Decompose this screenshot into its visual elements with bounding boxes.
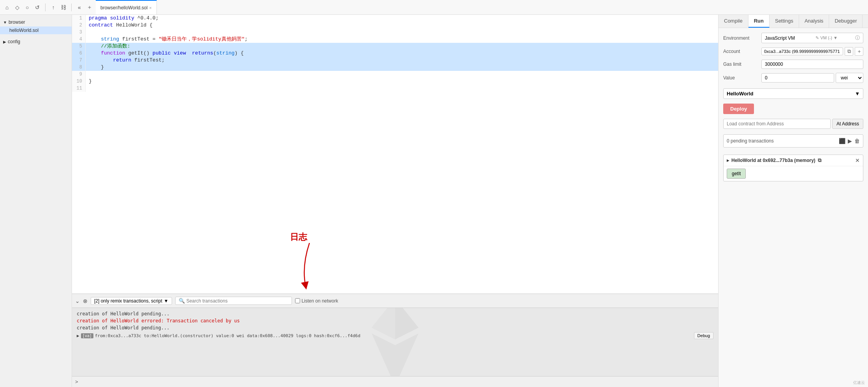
- deploy-button[interactable]: Deploy: [723, 104, 754, 114]
- contract-select-row: HelloWorld ▼: [723, 88, 863, 99]
- getit-button[interactable]: getIt: [727, 169, 746, 179]
- tab-helloworld[interactable]: browser/helloWorld.sol ×: [96, 0, 157, 14]
- code-line-8: 8 }: [72, 64, 718, 71]
- toolbar-divider: [45, 4, 46, 11]
- code-line-5: 5 //添加函数:: [72, 43, 718, 50]
- tab-run[interactable]: Run: [749, 15, 770, 28]
- contract-label: HelloWorld: [727, 91, 753, 97]
- log-content: creation of HelloWorld pending... creati…: [72, 308, 718, 376]
- log-line-2: creation of HelloWorld errored: Transact…: [77, 318, 713, 324]
- account-row: Account 0xca3...a733c (99.99999999999975…: [723, 47, 863, 56]
- code-line-11: 11: [72, 85, 718, 92]
- deployed-header: ▸ HelloWorld at 0x692...77b3a (memory) ⧉…: [724, 155, 863, 166]
- listen-label: Listen on network: [302, 298, 338, 304]
- environment-dropdown[interactable]: JavaScript VM ✎ VM (-) ▼ ⓘ: [761, 33, 863, 43]
- environment-row: Environment JavaScript VM ✎ VM (-) ▼ ⓘ: [723, 33, 863, 43]
- top-toolbar: ⌂ ◇ ○ ↺ ↑ ⛓ « ＋ browser/helloWorld.sol ×: [0, 0, 868, 15]
- link-icon[interactable]: ⛓: [60, 4, 67, 11]
- debug-button[interactable]: Debug: [694, 332, 713, 339]
- main-layout: ▼ browser helloWorld.sol ▶ config 1 prag…: [0, 15, 868, 387]
- folder-arrow-down: ▼: [3, 20, 7, 25]
- deployed-copy-icon[interactable]: ⧉: [818, 157, 821, 164]
- account-label: Account: [723, 49, 758, 54]
- account-value-wrap: 0xca3...a733c (99.99999999999975771 ⧉ ＋: [761, 47, 863, 56]
- code-editor[interactable]: 1 pragma solidity ^0.4.0; 2 contract Hel…: [72, 15, 718, 294]
- code-line-4: 4 string firstTest = "锄禾日当午，学solidity真他妈…: [72, 36, 718, 43]
- value-input[interactable]: [761, 73, 834, 83]
- load-address-input[interactable]: [723, 119, 831, 129]
- bottom-log: ⌄ ⊗ [2] only remix transactions, script …: [72, 294, 718, 387]
- listen-network: Listen on network: [295, 298, 338, 304]
- home-icon[interactable]: ⌂: [3, 4, 11, 11]
- log-line-1: creation of HelloWorld pending...: [77, 311, 713, 317]
- gas-limit-label: Gas limit: [723, 62, 758, 67]
- sidebar-file-label: helloWorld.sol: [9, 28, 39, 33]
- log-filter-dropdown[interactable]: [2] only remix transactions, script ▼: [91, 297, 172, 305]
- code-line-1: 1 pragma solidity ^0.4.0;: [72, 15, 718, 22]
- sidebar-folder-config[interactable]: ▶ config: [0, 37, 72, 46]
- environment-value: JavaScript VM: [765, 35, 795, 41]
- upload-icon[interactable]: ↑: [49, 4, 57, 11]
- pending-trash-icon[interactable]: 🗑: [854, 138, 860, 144]
- code-line-10: 10 }: [72, 78, 718, 85]
- plus-icon[interactable]: ＋: [86, 4, 93, 11]
- code-line-3: 3: [72, 29, 718, 36]
- tab-close[interactable]: ×: [149, 5, 151, 10]
- deployed-close-icon[interactable]: ✕: [855, 157, 860, 164]
- log-input-bar: >: [72, 376, 718, 387]
- value-label: Value: [723, 75, 758, 81]
- pending-tx-box: 0 pending transactions ⬛ ▶ 🗑: [723, 134, 863, 148]
- log-filter-label: [2] only remix transactions, script: [94, 298, 162, 304]
- sidebar-file-helloworld[interactable]: helloWorld.sol: [0, 26, 72, 34]
- pending-save-icon[interactable]: ⬛: [839, 138, 845, 144]
- unit-select[interactable]: wei gwei finney ether: [836, 73, 863, 83]
- right-panel: Compile Run Settings Analysis Debugger S…: [718, 15, 868, 387]
- search-box[interactable]: 🔍: [175, 297, 292, 305]
- tab-debugger[interactable]: Debugger: [829, 15, 863, 28]
- log-clear-icon[interactable]: ⊗: [83, 298, 88, 304]
- pending-tx-text: 0 pending transactions: [727, 138, 774, 144]
- gas-limit-row: Gas limit: [723, 60, 863, 69]
- refresh-icon[interactable]: ↺: [33, 4, 41, 11]
- sidebar-gap: [0, 34, 72, 37]
- deployed-title: ▸ HelloWorld at 0x692...77b3a (memory) ⧉: [727, 157, 821, 164]
- search-input[interactable]: [186, 298, 288, 304]
- environment-option: ✎ VM (-) ▼: [815, 35, 838, 40]
- deployed-arrow: ▸: [727, 158, 729, 163]
- deploy-section: Deploy 部署: [723, 103, 863, 114]
- deployed-body: getIt: [724, 166, 863, 181]
- tx-arrow: ▶: [77, 333, 79, 338]
- sidebar-config-label: config: [8, 39, 20, 44]
- listen-checkbox[interactable]: [295, 298, 300, 303]
- search-icon: 🔍: [179, 298, 185, 304]
- sidebar-folder-browser[interactable]: ▼ browser: [0, 18, 72, 26]
- environment-info-icon[interactable]: ⓘ: [855, 35, 860, 41]
- pending-play-icon[interactable]: ▶: [848, 138, 852, 144]
- at-address-button[interactable]: At Address: [832, 119, 863, 129]
- account-plus-icon[interactable]: ＋: [855, 47, 863, 56]
- environment-value-wrap: JavaScript VM ✎ VM (-) ▼ ⓘ: [761, 33, 863, 43]
- code-line-9: 9: [72, 71, 718, 78]
- deployed-contract-name: HelloWorld at 0x692...77b3a (memory): [731, 158, 815, 163]
- code-line-2: 2 contract HelloWorld {: [72, 22, 718, 29]
- github-icon[interactable]: ○: [23, 4, 31, 11]
- gas-limit-input[interactable]: [761, 60, 863, 69]
- log-messages: creation of HelloWorld pending... creati…: [72, 308, 718, 344]
- log-collapse-icon[interactable]: ⌄: [75, 298, 80, 304]
- log-prompt[interactable]: >: [75, 379, 78, 385]
- contract-arrow: ▼: [855, 91, 860, 97]
- tab-support[interactable]: Support: [863, 15, 868, 28]
- code-line-7: 7 return firstTest;: [72, 57, 718, 64]
- tab-bar: browser/helloWorld.sol ×: [96, 0, 865, 14]
- tab-analysis[interactable]: Analysis: [799, 15, 829, 28]
- contract-dropdown[interactable]: HelloWorld ▼: [723, 88, 863, 99]
- pending-actions: ⬛ ▶ 🗑: [839, 138, 860, 144]
- collapse-icon[interactable]: «: [76, 4, 83, 11]
- tab-settings[interactable]: Settings: [770, 15, 799, 28]
- tab-label: browser/helloWorld.sol: [100, 5, 148, 11]
- load-address-row: At Address: [723, 119, 863, 129]
- tx-detail-text: from:0xca3...a733c to:HelloWorld.(constr…: [95, 333, 360, 338]
- git-icon[interactable]: ◇: [13, 4, 21, 11]
- account-copy-icon[interactable]: ⧉: [845, 47, 853, 56]
- tab-compile[interactable]: Compile: [719, 15, 749, 28]
